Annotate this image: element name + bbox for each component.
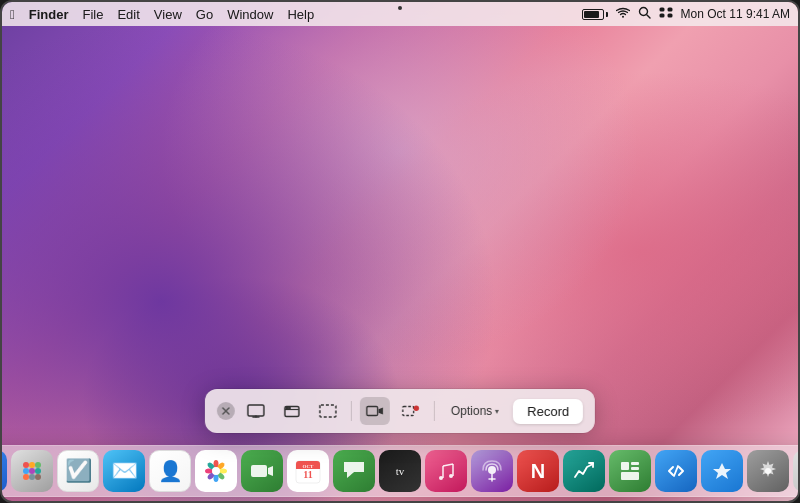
menubar-app-name[interactable]: Finder [29,7,69,22]
svg-rect-61 [631,467,639,470]
toolbar-close-button[interactable] [217,402,235,420]
svg-point-32 [23,474,29,480]
svg-rect-6 [667,14,672,18]
dock-item-stocks[interactable] [563,450,605,492]
svg-rect-3 [659,8,664,12]
dock-item-appstore[interactable] [701,450,743,492]
toolbar-divider-1 [351,401,352,421]
dock-item-mail[interactable]: ✉️ [103,450,145,492]
menubar-window[interactable]: Window [227,7,273,22]
dock-item-news[interactable]: N [517,450,559,492]
svg-rect-16 [320,405,336,417]
svg-rect-17 [367,407,378,416]
svg-text:OCT: OCT [303,464,315,469]
menubar-help[interactable]: Help [287,7,314,22]
capture-screen-button[interactable] [241,397,271,425]
dock-item-xcode[interactable] [655,450,697,492]
svg-rect-60 [631,462,639,465]
screenshot-toolbar: Options ▾ Record [205,389,595,433]
dock-item-numbers[interactable] [609,450,651,492]
dock-item-facetime[interactable] [241,450,283,492]
search-icon[interactable] [638,6,651,22]
svg-point-34 [35,474,41,480]
svg-point-14 [286,407,288,409]
dock-item-finder[interactable] [2,450,7,492]
battery-indicator [582,9,608,20]
svg-point-44 [212,467,220,475]
dock-item-contacts[interactable]: 👤 [149,450,191,492]
control-center-icon[interactable] [659,7,673,21]
menubar-go[interactable]: Go [196,7,213,22]
svg-point-29 [23,468,29,474]
options-label: Options [451,404,492,418]
options-button[interactable]: Options ▾ [443,400,507,422]
record-button[interactable]: Record [513,399,583,424]
menubar-file[interactable]: File [82,7,103,22]
svg-point-26 [23,462,29,468]
dock: ☑️ ✉️ 👤 [2,445,798,497]
apple-menu[interactable]:  [10,7,15,22]
dock-item-trash[interactable] [793,450,798,492]
svg-marker-18 [378,407,383,414]
svg-rect-19 [403,407,414,416]
svg-rect-9 [248,405,264,416]
svg-point-27 [29,462,35,468]
capture-selection-button[interactable] [313,397,343,425]
toolbar-divider-2 [434,401,435,421]
menubar-view[interactable]: View [154,7,182,22]
dock-item-messages[interactable] [333,450,375,492]
svg-rect-5 [659,14,664,18]
svg-line-54 [443,464,453,466]
dock-item-calendar[interactable]: OCT 11 [287,450,329,492]
menubar-left:  Finder File Edit View Go Window Help [10,7,582,22]
dock-item-system-preferences[interactable] [747,450,789,492]
svg-rect-62 [621,472,639,480]
wifi-icon[interactable] [616,7,630,22]
svg-text:tv: tv [396,465,405,477]
mac-frame:  Finder File Edit View Go Window Help [0,0,800,503]
dock-item-photos[interactable] [195,450,237,492]
svg-marker-46 [268,466,273,476]
options-chevron-icon: ▾ [495,407,499,416]
svg-rect-4 [667,8,672,12]
svg-point-0 [622,15,624,17]
svg-rect-59 [621,462,629,470]
menubar-time: Mon Oct 11 9:41 AM [681,7,790,21]
menubar-right: Mon Oct 11 9:41 AM [582,6,790,22]
capture-window-button[interactable] [277,397,307,425]
record-selection-button[interactable] [396,397,426,425]
dock-item-appletv[interactable]: tv [379,450,421,492]
dock-item-podcasts[interactable] [471,450,513,492]
record-screen-button[interactable] [360,397,390,425]
battery-tip [606,12,608,17]
svg-point-20 [414,406,419,411]
svg-point-28 [35,462,41,468]
svg-point-1 [639,8,647,16]
svg-point-31 [35,468,41,474]
svg-line-2 [647,15,650,18]
svg-point-15 [289,407,291,409]
svg-point-56 [488,466,496,474]
svg-point-33 [29,474,35,480]
svg-text:11: 11 [303,469,312,480]
svg-point-30 [29,468,35,474]
svg-line-63 [674,466,678,476]
svg-rect-45 [251,465,267,477]
dock-item-music[interactable] [425,450,467,492]
battery-body [582,9,604,20]
desktop:  Finder File Edit View Go Window Help [2,2,798,501]
dock-item-reminders[interactable]: ☑️ [57,450,99,492]
battery-fill [584,11,599,18]
camera-dot [398,6,402,10]
menubar-edit[interactable]: Edit [117,7,139,22]
dock-item-launchpad[interactable] [11,450,53,492]
